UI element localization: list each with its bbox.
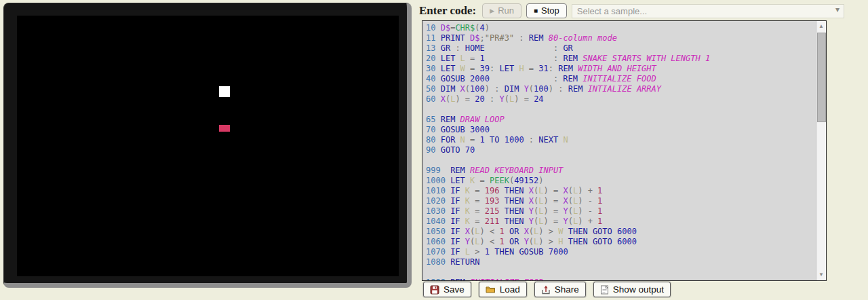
apple2-monitor: [3, 3, 412, 288]
scroll-down-icon[interactable]: ▼: [816, 270, 826, 280]
code-line: 1030 IF K = 215 THEN Y(L) = Y(L) - 1: [426, 206, 816, 217]
share-button-label: Share: [555, 284, 579, 295]
code-content[interactable]: 10 D$=CHR$(4)11 PRINT D$;"PR#3" : REM 80…: [422, 21, 816, 280]
floppy-icon: [430, 285, 439, 295]
save-button[interactable]: Save: [423, 282, 471, 297]
scroll-up-icon[interactable]: ▲: [816, 22, 826, 31]
play-icon: ▶: [490, 6, 494, 16]
code-line: 50 DIM X(100) : DIM Y(100) : REM INTIALI…: [426, 84, 816, 94]
run-button-label: Run: [498, 6, 514, 16]
code-line: 999 REM READ KEYBOARD INPUT: [426, 166, 816, 176]
graphics-screen[interactable]: [17, 16, 399, 276]
toolbar: Enter code: ▶ Run ■ Stop Select a sample…: [419, 2, 844, 20]
code-line: [426, 155, 816, 166]
show-output-button-label: Show output: [613, 284, 664, 295]
sample-select[interactable]: Select a sample... ▾: [572, 4, 844, 18]
code-line: 1020 IF K = 193 THEN X(L) = X(L) - 1: [426, 196, 816, 206]
sample-select-value: Select a sample...: [577, 6, 647, 16]
chevron-down-icon: ▾: [835, 5, 840, 14]
code-line: 80 FOR N = 1 TO 1000 : NEXT N: [426, 135, 816, 145]
folder-icon: [486, 285, 496, 294]
code-line: 90 GOTO 70: [426, 145, 816, 155]
food-block: [219, 125, 230, 132]
code-line: 20 LET L = 1 : REM SNAKE STARTS WITH LEN…: [426, 54, 816, 64]
show-output-button[interactable]: Show output: [593, 282, 671, 297]
code-editor[interactable]: 10 D$=CHR$(4)11 PRINT D$;"PR#3" : REM 80…: [422, 20, 827, 281]
code-line: 1010 IF K = 196 THEN X(L) = X(L) + 1: [426, 186, 816, 196]
stop-button-label: Stop: [541, 6, 559, 16]
code-line: 1000 LET K = PEEK(49152): [426, 176, 816, 186]
load-button[interactable]: Load: [479, 282, 527, 297]
snake-block: [219, 86, 230, 97]
code-line: 13 GR : HOME : GR: [426, 43, 816, 54]
code-line: [426, 267, 816, 278]
share-button[interactable]: Share: [534, 282, 586, 297]
code-line: 1050 IF X(L) < 1 OR X(L) > W THEN GOTO 6…: [426, 227, 816, 237]
file-actions: Save Load Share: [423, 282, 671, 297]
scrollbar-thumb[interactable]: [817, 33, 826, 122]
code-line: 1999 REM INITIALIZE FOOD: [426, 278, 816, 280]
save-button-label: Save: [443, 284, 465, 295]
code-line: 1040 IF K = 211 THEN Y(L) = Y(L) + 1: [426, 217, 816, 227]
code-line: 1080 RETURN: [426, 257, 816, 267]
code-line: 70 GOSUB 3000: [426, 125, 816, 135]
code-line: 1060 IF Y(L) < 1 OR Y(L) > H THEN GOTO 6…: [426, 237, 816, 247]
code-line: 1070 IF L > 1 THEN GOSUB 7000: [426, 247, 816, 257]
load-button-label: Load: [500, 284, 520, 295]
editor-scrollbar[interactable]: ▲ ▼: [816, 21, 826, 280]
code-line: 10 D$=CHR$(4): [426, 23, 816, 33]
run-button[interactable]: ▶ Run: [482, 3, 521, 18]
code-line: [426, 105, 816, 115]
stop-button[interactable]: ■ Stop: [526, 3, 567, 18]
enter-code-label: Enter code:: [419, 4, 476, 18]
code-line: 11 PRINT D$;"PR#3" : REM 80-column mode: [426, 33, 816, 43]
document-icon: [600, 285, 609, 295]
code-line: 40 GOSUB 2000 : REM INITIALIZE FOOD: [426, 74, 816, 84]
code-line: 30 LET W = 39: LET H = 31: REM WIDTH AND…: [426, 64, 816, 74]
stop-icon: ■: [534, 6, 538, 16]
code-line: 60 X(L) = 20 : Y(L) = 24: [426, 94, 816, 105]
share-icon: [541, 285, 551, 295]
code-line: 65 REM DRAW LOOP: [426, 115, 816, 125]
